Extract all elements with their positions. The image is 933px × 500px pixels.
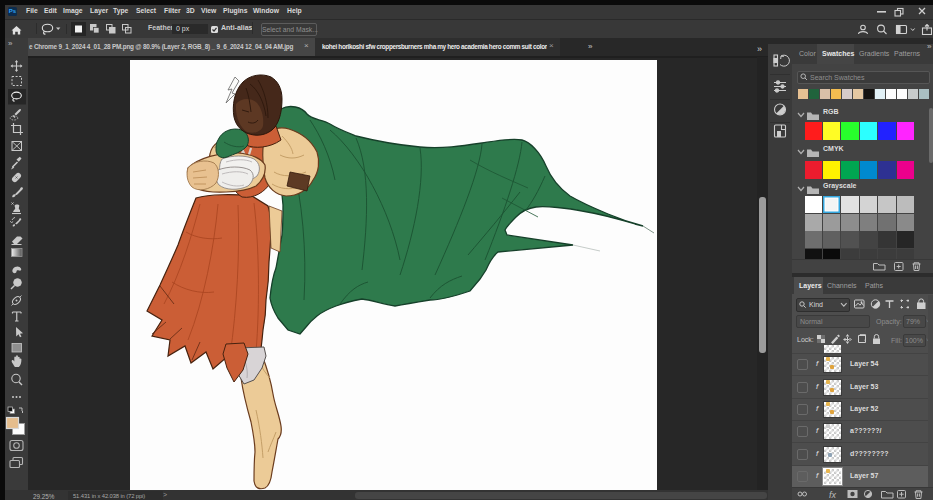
svg-text:fx: fx	[829, 490, 837, 500]
